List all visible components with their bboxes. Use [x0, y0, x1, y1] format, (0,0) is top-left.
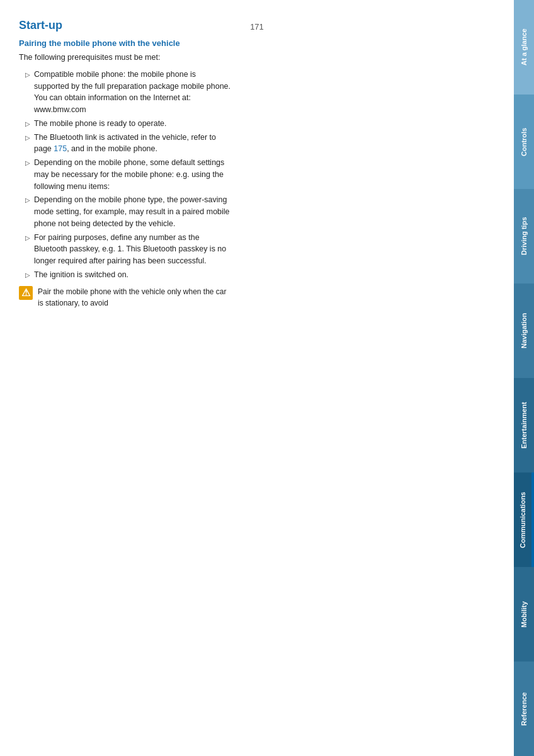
sidebar-label-entertainment: Entertainment — [520, 402, 528, 449]
warning-text: Pair the mobile phone with the vehicle o… — [38, 286, 233, 309]
bullet-7: The ignition is switched on. — [25, 269, 233, 281]
sidebar-label-navigation: Navigation — [520, 313, 528, 348]
sidebar-item-entertainment[interactable]: Entertainment — [514, 378, 534, 472]
bullet-6: For pairing purposes, define any number … — [25, 232, 233, 267]
page-number-text: 171 — [250, 22, 264, 32]
warning-triangle: ⚠ — [21, 287, 30, 299]
sidebar-label-communications: Communications — [519, 491, 526, 547]
pairing-intro: The following prerequisites must be met: — [19, 52, 233, 64]
pairing-title: Pairing the mobile phone with the vehicl… — [19, 38, 233, 48]
sidebar-item-reference[interactable]: Reference — [514, 662, 534, 756]
sidebar-label-driving-tips: Driving tips — [520, 217, 528, 256]
left-main: Start-up Pairing the mobile phone with t… — [19, 13, 233, 312]
sidebar: At a glance Controls Driving tips Naviga… — [514, 0, 534, 756]
prereq-list: Compatible mobile phone: the mobile phon… — [25, 69, 233, 281]
sidebar-item-mobility[interactable]: Mobility — [514, 567, 534, 662]
bullet-2: The mobile phone is ready to operate. — [25, 118, 233, 130]
page-175-link[interactable]: 175 — [54, 144, 67, 153]
startup-title: Start-up — [19, 19, 233, 32]
sidebar-item-at-glance[interactable]: At a glance — [514, 0, 534, 94]
bullet-3: The Bluetooth link is activated in the v… — [25, 132, 233, 156]
sidebar-label-mobility: Mobility — [520, 601, 528, 627]
sidebar-item-communications[interactable]: Communications — [514, 472, 534, 567]
bullet-5: Depending on the mobile phone type, the … — [25, 194, 233, 229]
sidebar-label-controls: Controls — [520, 127, 528, 156]
bullet-4: Depending on the mobile phone, some defa… — [25, 157, 233, 192]
warning-icon: ⚠ — [19, 286, 33, 300]
sidebar-item-controls[interactable]: Controls — [514, 94, 534, 189]
bullet-1: Compatible mobile phone: the mobile phon… — [25, 69, 233, 116]
sidebar-label-at-glance: At a glance — [520, 29, 528, 66]
sidebar-item-driving-tips[interactable]: Driving tips — [514, 189, 534, 284]
warning-box: ⚠ Pair the mobile phone with the vehicle… — [19, 286, 233, 309]
main-content: Start-up Pairing the mobile phone with t… — [0, 0, 514, 756]
sidebar-item-navigation[interactable]: Navigation — [514, 284, 534, 378]
page-container: Start-up Pairing the mobile phone with t… — [0, 0, 534, 756]
sidebar-label-reference: Reference — [520, 692, 528, 725]
